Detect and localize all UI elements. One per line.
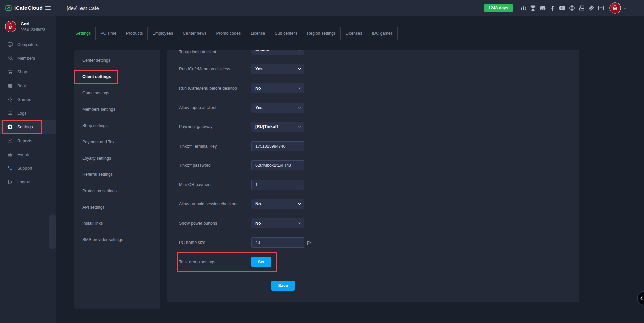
trophy-icon[interactable] — [530, 5, 536, 11]
run-icafemenu-before-desktop-select[interactable]: No — [251, 83, 304, 93]
pc-name-size-input[interactable]: 40 — [251, 237, 304, 248]
icafecloud-logo-icon: i2 — [5, 5, 12, 12]
show-power-buttons-select[interactable]: No — [251, 218, 304, 228]
tab-center-news[interactable]: Center news — [178, 27, 211, 40]
allow-topup-at-client-select[interactable]: Yes — [251, 103, 304, 113]
youtube-icon[interactable] — [559, 5, 566, 11]
mail-icon[interactable] — [598, 5, 604, 11]
select-value: No — [255, 221, 261, 226]
chevron-down-icon[interactable] — [623, 6, 627, 10]
set-button[interactable]: Set — [251, 257, 271, 267]
facebook-icon[interactable] — [549, 5, 556, 11]
tab-products[interactable]: Products — [121, 27, 148, 40]
sidebar-item-shop[interactable]: Shop — [0, 65, 56, 79]
sidebar-item-members[interactable]: Members — [0, 51, 56, 65]
user-avatar[interactable]: M — [609, 2, 621, 14]
members-icon — [7, 55, 13, 61]
scrollbar-thumb[interactable] — [49, 214, 56, 249]
tab-sub-centers[interactable]: Sub centers — [270, 27, 302, 40]
sidebar-item-logout[interactable]: Logout — [0, 175, 56, 189]
logo[interactable]: i2 iCafeCloud — [0, 0, 56, 16]
submenu-item-referral-settings[interactable]: Referral settings — [74, 166, 160, 183]
chat-toggle-button[interactable] — [637, 291, 644, 305]
tab-region-settings[interactable]: Region settings — [302, 27, 341, 40]
sidebar-item-logs[interactable]: Logs — [0, 106, 56, 120]
field-label: Task group settings — [179, 260, 251, 264]
form-row: Run iCafeMenu on disklessYes — [179, 64, 579, 74]
submenu-item-client-settings[interactable]: Client settings — [74, 69, 160, 85]
field-label: Payment gateway — [179, 124, 251, 129]
chevron-down-icon — [298, 106, 301, 109]
field-label: Allow topup at client — [179, 105, 251, 110]
tab-license[interactable]: License — [246, 27, 270, 40]
submenu-item-game-settings[interactable]: Game settings — [74, 85, 160, 101]
form-row: Show power buttonsNo — [179, 218, 579, 228]
globe-icon[interactable] — [569, 5, 575, 11]
topup-login-at-client-select[interactable]: Enable — [251, 50, 304, 55]
form-row: Allow topup at clientYes — [179, 103, 579, 113]
windows-icon — [7, 83, 13, 89]
form-row: Run iCafeMenu before desktopNo — [179, 83, 579, 93]
tab-idc-games[interactable]: IDC games — [367, 27, 398, 40]
run-icafemenu-on-diskless-select[interactable]: Yes — [251, 64, 304, 74]
tab-settings[interactable]: Settings — [71, 27, 96, 40]
sidebar-item-label: Events — [17, 152, 30, 157]
form-row: Tinkoff password62u%iboxBtL#F!7B — [179, 160, 579, 170]
sidebar-item-games[interactable]: Games — [0, 93, 56, 106]
sidebar-item-boot[interactable]: Boot — [0, 79, 56, 93]
user-block[interactable]: M Geri 008612345678 — [0, 16, 56, 36]
form-row: PC name size40px — [179, 237, 579, 248]
header-icons — [520, 5, 604, 11]
sidebar-item-events[interactable]: Events — [0, 148, 56, 161]
sidebar-item-label: Logs — [17, 111, 26, 116]
submenu-item-center-settings[interactable]: Center settings — [74, 52, 160, 69]
save-button[interactable]: Save — [271, 281, 295, 291]
tab-promo-codes[interactable]: Promo codes — [211, 27, 246, 40]
allow-prepaid-session-checkout-select[interactable]: No — [251, 199, 304, 209]
payment-gateway-select[interactable]: [RU]Tinkoff — [251, 122, 304, 132]
tab-pc-time[interactable]: PC Time — [96, 27, 121, 40]
select-value: Yes — [255, 67, 263, 71]
logo-text: iCafeCloud — [14, 5, 43, 11]
monitor-icon — [7, 42, 13, 47]
chart-icon — [7, 138, 13, 144]
form-rows: Topup login at clientEnableRun iCafeMenu… — [179, 50, 579, 267]
unit-label: px — [307, 240, 311, 245]
ranking-icon[interactable] — [520, 5, 527, 11]
mini-qr-payment-input[interactable]: 1 — [251, 180, 304, 190]
sidebar-item-support[interactable]: Support — [0, 161, 56, 175]
chevron-down-icon — [298, 202, 301, 206]
menu-icon[interactable] — [45, 5, 51, 11]
submenu-item-install-links[interactable]: Install links — [74, 215, 160, 232]
sidebar: M Geri 008612345678 ComputersMembersShop… — [0, 16, 56, 323]
submenu-item-protection-settings[interactable]: Protection settings — [74, 183, 160, 199]
field-label: Run iCafeMenu on diskless — [179, 67, 251, 71]
games-icon — [7, 97, 13, 102]
days-badge[interactable]: 1248 days — [484, 4, 513, 12]
submenu-item-sms-provider-settings[interactable]: SMS provider settings — [74, 232, 160, 248]
discord-icon[interactable] — [539, 5, 546, 11]
sidebar-item-computers[interactable]: Computers — [0, 38, 56, 51]
submenu-item-members-settings[interactable]: Members settings — [74, 101, 160, 118]
cart-icon — [7, 69, 13, 75]
tab-employees[interactable]: Employees — [148, 27, 178, 40]
tab-licenses[interactable]: Licenses — [341, 27, 367, 40]
field-label: PC name size — [179, 240, 251, 245]
layers-icon[interactable] — [588, 5, 595, 11]
header-right: 1248 days M — [484, 2, 644, 14]
sidebar-item-label: Logout — [17, 180, 30, 184]
submenu-item-loyalty-settings[interactable]: Loyalty settings — [74, 150, 160, 167]
select-value: Enable — [255, 50, 269, 52]
svg-text:M: M — [9, 25, 12, 30]
sidebar-nav: ComputersMembersShopBootGamesLogsSetting… — [0, 36, 56, 189]
sidebar-item-settings[interactable]: Settings — [0, 120, 56, 134]
tinkoff-password-input[interactable]: 62u%iboxBtL#F!7B — [251, 160, 304, 170]
tinkoff-terminal-key-input[interactable]: 1751825984740 — [251, 141, 304, 151]
icafecloud-icon[interactable] — [578, 5, 585, 11]
submenu-item-payment-and-tax[interactable]: Payment and Tax — [74, 134, 160, 150]
sidebar-item-reports[interactable]: Reports — [0, 134, 56, 148]
phone-icon — [7, 165, 13, 171]
submenu-item-api-settings[interactable]: API settings — [74, 199, 160, 215]
form-body: Topup login at clientEnableRun iCafeMenu… — [167, 50, 579, 302]
submenu-item-shop-settings[interactable]: Shop settings — [74, 117, 160, 134]
